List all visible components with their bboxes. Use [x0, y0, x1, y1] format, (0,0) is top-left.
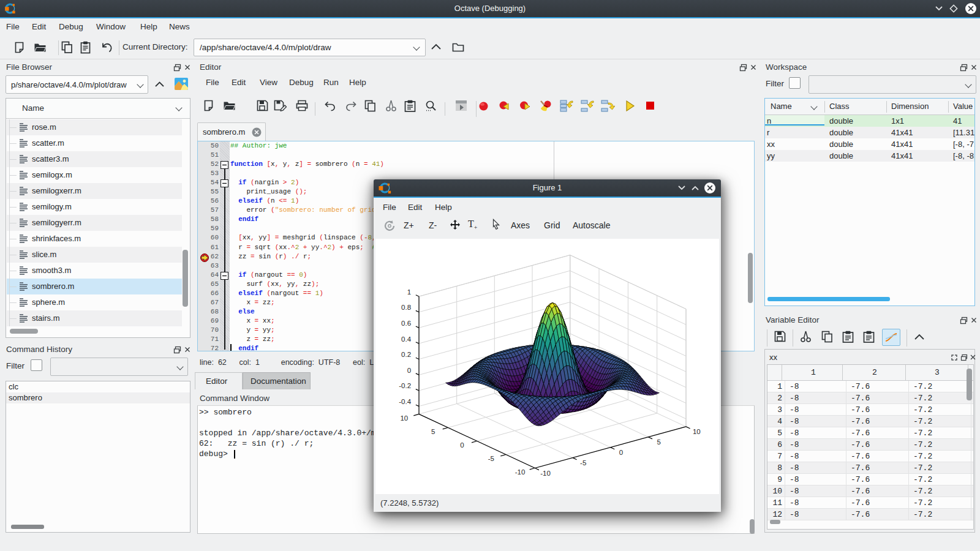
svg-text:0.4: 0.4	[401, 335, 412, 343]
svg-text:0.6: 0.6	[401, 320, 411, 327]
svg-text:-5: -5	[488, 455, 494, 462]
svg-text:-0.2: -0.2	[399, 382, 411, 389]
svg-text:5: 5	[431, 428, 435, 435]
svg-text:-10: -10	[515, 468, 526, 476]
svg-text:0.8: 0.8	[401, 304, 411, 311]
svg-text:-10: -10	[540, 470, 551, 477]
svg-text:10: 10	[693, 428, 701, 435]
svg-text:1: 1	[407, 288, 411, 296]
svg-text:5: 5	[657, 438, 660, 446]
svg-text:10: 10	[400, 414, 408, 422]
svg-text:0: 0	[460, 441, 464, 449]
svg-text:-5: -5	[580, 459, 586, 467]
svg-text:0: 0	[407, 367, 411, 374]
svg-text:0: 0	[619, 449, 623, 456]
svg-text:0.2: 0.2	[401, 351, 411, 358]
svg-text:-0.4: -0.4	[399, 398, 411, 405]
